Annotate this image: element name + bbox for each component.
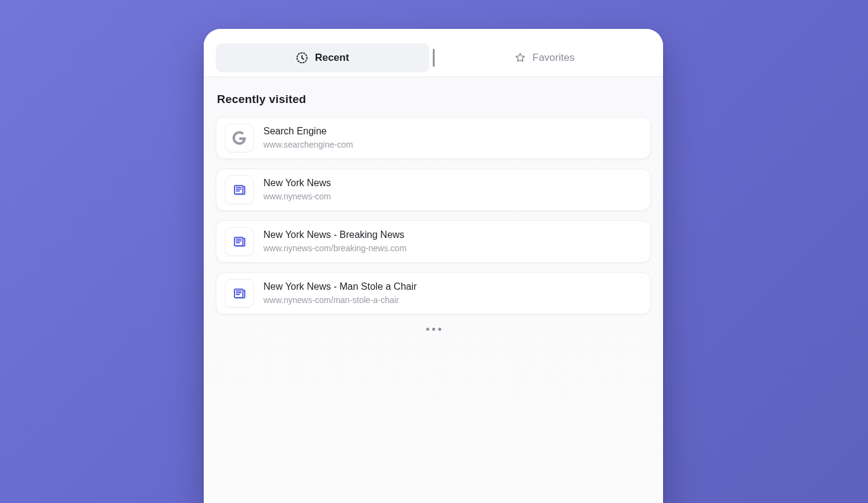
history-item[interactable]: New York News www.nynews-com [216, 169, 651, 211]
history-item[interactable]: New York News - Breaking News www.nynews… [216, 220, 651, 263]
newspaper-icon [225, 227, 254, 256]
history-item-url: www.nynews-com/man-stole-a-chair [263, 295, 417, 307]
newspaper-icon [225, 175, 254, 204]
tab-recent[interactable]: Recent [216, 43, 429, 72]
history-item-title: New York News [263, 177, 331, 190]
history-item-url: www.nynews-com [263, 191, 331, 203]
history-item-text: New York News - Man Stole a Chair www.ny… [263, 281, 417, 306]
tab-favorites[interactable]: Favorites [438, 43, 652, 72]
history-item[interactable]: Search Engine www.searchengine-com [216, 117, 651, 159]
tab-bar: Recent Favorites [204, 29, 663, 77]
history-item-title: New York News - Man Stole a Chair [263, 281, 417, 293]
history-icon [295, 51, 309, 64]
history-item-text: New York News www.nynews-com [263, 177, 331, 202]
history-panel: Recent Favorites Recently visited Search… [204, 29, 663, 503]
tab-recent-label: Recent [315, 52, 349, 64]
history-item-text: New York News - Breaking News www.nynews… [263, 229, 406, 254]
history-item-url: www.searchengine-com [263, 139, 353, 151]
history-item-title: Search Engine [263, 125, 353, 138]
google-icon [225, 123, 254, 152]
history-item-title: New York News - Breaking News [263, 229, 406, 242]
tab-divider [433, 49, 435, 67]
newspaper-icon [225, 279, 254, 308]
history-list: Search Engine www.searchengine-com New Y… [216, 117, 651, 314]
tab-favorites-label: Favorites [532, 52, 574, 64]
history-item[interactable]: New York News - Man Stole a Chair www.ny… [216, 272, 651, 314]
more-button[interactable] [421, 328, 445, 331]
section-title: Recently visited [217, 93, 651, 106]
history-item-text: Search Engine www.searchengine-com [263, 125, 353, 151]
star-icon [514, 52, 526, 64]
history-item-url: www.nynews-com/breaking-news.com [263, 243, 406, 255]
content-area: Recently visited Search Engine www.searc… [204, 77, 663, 503]
